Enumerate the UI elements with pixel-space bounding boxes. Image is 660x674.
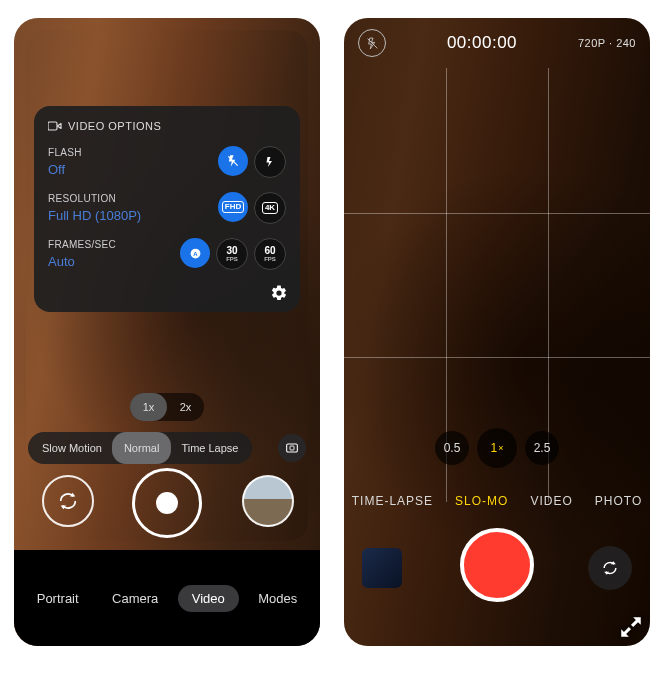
- dual-view-button[interactable]: [278, 434, 306, 462]
- flash-off-button[interactable]: [218, 146, 248, 176]
- mode-photo[interactable]: PHOTO: [595, 494, 642, 508]
- viewfinder[interactable]: VIDEO OPTIONS FLASH Off: [26, 30, 308, 541]
- flash-on-button[interactable]: [254, 146, 286, 178]
- top-bar: 00:00:00 720P · 240: [344, 18, 650, 68]
- panel-title: VIDEO OPTIONS: [68, 120, 161, 132]
- zoom-1x[interactable]: 1×: [477, 428, 517, 468]
- flash-value: Off: [48, 162, 82, 177]
- phone-ios-camera: 00:00:00 720P · 240 0.5 1× 2.5 TIME-LAPS…: [344, 18, 650, 646]
- capture-modes[interactable]: TIME-LAPSE SLO-MO VIDEO PHOTO: [344, 494, 650, 508]
- zoom-2x[interactable]: 2x: [167, 393, 204, 421]
- flash-toggle[interactable]: [358, 29, 386, 57]
- recording-timer: 00:00:00: [447, 33, 517, 53]
- record-button[interactable]: [460, 528, 534, 602]
- mode-time-lapse[interactable]: Time Lapse: [171, 432, 248, 464]
- flash-row: FLASH Off: [48, 146, 286, 178]
- framing-icon: [284, 440, 300, 456]
- panel-header: VIDEO OPTIONS: [48, 120, 286, 132]
- gallery-thumbnail[interactable]: [362, 548, 402, 588]
- video-options-panel: VIDEO OPTIONS FLASH Off: [34, 106, 300, 312]
- zoom-1x[interactable]: 1x: [130, 393, 167, 421]
- shutter-button[interactable]: [132, 468, 202, 538]
- resolution-value: Full HD (1080P): [48, 208, 141, 223]
- svg-rect-4: [287, 444, 298, 452]
- auto-icon: A: [189, 247, 202, 260]
- resolution-row: RESOLUTION Full HD (1080P) FHD 4K: [48, 192, 286, 224]
- tab-video[interactable]: Video: [178, 585, 239, 612]
- flip-camera-button[interactable]: [588, 546, 632, 590]
- resolution-indicator[interactable]: 720P · 240: [578, 37, 636, 49]
- videocam-icon: [48, 121, 62, 131]
- phone-google-camera: VIDEO OPTIONS FLASH Off: [14, 18, 320, 646]
- settings-button[interactable]: [270, 284, 288, 302]
- tab-portrait[interactable]: Portrait: [23, 585, 93, 612]
- gear-icon: [270, 284, 288, 302]
- mode-slow-motion[interactable]: Slow Motion: [32, 432, 112, 464]
- fps-value: Auto: [48, 254, 116, 269]
- expand-button[interactable]: [618, 614, 644, 640]
- flip-camera-button[interactable]: [42, 475, 94, 527]
- flip-camera-icon: [57, 490, 79, 512]
- bottom-controls: [344, 514, 650, 646]
- shutter-row: [14, 468, 320, 534]
- zoom-0.5x[interactable]: 0.5: [435, 431, 469, 465]
- svg-rect-0: [48, 122, 57, 130]
- flash-off-icon: [226, 154, 240, 168]
- mode-slo-mo[interactable]: SLO-MO: [455, 494, 508, 508]
- fps-label: FRAMES/SEC: [48, 239, 116, 250]
- fps-30-button[interactable]: 30FPS: [216, 238, 248, 270]
- gallery-thumbnail[interactable]: [242, 475, 294, 527]
- tab-modes[interactable]: Modes: [244, 585, 311, 612]
- svg-rect-5: [290, 446, 294, 450]
- zoom-selector[interactable]: 0.5 1× 2.5: [435, 428, 559, 468]
- svg-text:A: A: [193, 250, 198, 256]
- mode-time-lapse[interactable]: TIME-LAPSE: [352, 494, 433, 508]
- camera-tabs: Portrait Camera Video Modes: [14, 550, 320, 646]
- fps-auto-button[interactable]: A: [180, 238, 210, 268]
- video-speed-modes[interactable]: Slow Motion Normal Time Lapse: [28, 432, 252, 464]
- zoom-2.5x[interactable]: 2.5: [525, 431, 559, 465]
- flip-camera-icon: [600, 558, 620, 578]
- resolution-fhd-button[interactable]: FHD: [218, 192, 248, 222]
- flash-on-icon: [264, 156, 276, 168]
- mode-normal[interactable]: Normal: [112, 432, 171, 464]
- zoom-toggle[interactable]: 1x 2x: [130, 393, 204, 421]
- mode-video[interactable]: VIDEO: [530, 494, 572, 508]
- resolution-4k-button[interactable]: 4K: [254, 192, 286, 224]
- fps-60-button[interactable]: 60FPS: [254, 238, 286, 270]
- tab-camera[interactable]: Camera: [98, 585, 172, 612]
- resolution-label: RESOLUTION: [48, 193, 141, 204]
- flash-label: FLASH: [48, 147, 82, 158]
- fps-row: FRAMES/SEC Auto A 30FPS 60FPS: [48, 238, 286, 270]
- flash-off-icon: [366, 37, 379, 50]
- expand-icon: [618, 614, 644, 640]
